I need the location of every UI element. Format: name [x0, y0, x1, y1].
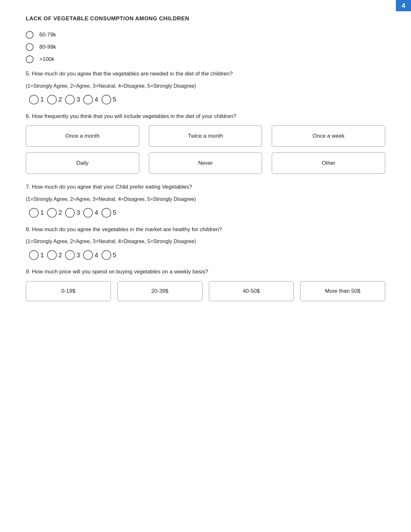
- q5-text: 5. How much do you agree that the vegeta…: [26, 70, 385, 78]
- q7-option-2[interactable]: 2: [47, 208, 62, 218]
- q5-option-4[interactable]: 4: [83, 95, 98, 104]
- q7-radio-1[interactable]: [29, 208, 39, 218]
- q5-label-4: 4: [94, 96, 98, 103]
- q7-radio-2[interactable]: [47, 208, 57, 218]
- freq-never[interactable]: Never: [149, 153, 262, 174]
- freq-daily[interactable]: Daily: [26, 153, 139, 174]
- income-options: 60-79k 80-99k >100k: [26, 31, 385, 63]
- q7-label-1: 1: [40, 209, 44, 216]
- income-label-100k: >100k: [39, 56, 54, 63]
- q8-option-3[interactable]: 3: [65, 250, 80, 260]
- page-number-badge: 4: [396, 0, 411, 11]
- q7-radio-5[interactable]: [102, 208, 111, 218]
- freq-twice-month[interactable]: Twice a month: [149, 125, 262, 147]
- q7-option-4[interactable]: 4: [83, 208, 98, 218]
- q8-text: 8. How much do you agree the vegetables …: [26, 225, 385, 234]
- radio-circle[interactable]: [26, 55, 34, 63]
- q7-option-5[interactable]: 5: [102, 208, 116, 218]
- price-40-50[interactable]: 40-50$: [209, 281, 294, 301]
- q5-radio-2[interactable]: [47, 95, 57, 104]
- q8-label-5: 5: [113, 251, 116, 259]
- q5-label-2: 2: [58, 96, 62, 103]
- q8-label-1: 1: [40, 251, 44, 259]
- q8-option-4[interactable]: 4: [83, 250, 98, 260]
- income-option-60-79k[interactable]: 60-79k: [26, 31, 385, 39]
- radio-circle[interactable]: [26, 43, 34, 51]
- q8-label-3: 3: [76, 251, 80, 259]
- q5-label-1: 1: [40, 96, 44, 103]
- q8-label-4: 4: [94, 251, 98, 259]
- q7-label-4: 4: [94, 209, 98, 216]
- income-label-80-99k: 80-99k: [39, 44, 56, 50]
- q7-label-3: 3: [76, 209, 80, 216]
- price-0-19[interactable]: 0-19$: [26, 281, 111, 301]
- q9-text: 9. How much price will you spend on buyi…: [26, 268, 385, 276]
- price-20-39[interactable]: 20-39$: [117, 281, 202, 301]
- income-label-60-79k: 60-79k: [39, 32, 56, 38]
- q7-option-3[interactable]: 3: [65, 208, 80, 218]
- q5-radio-5[interactable]: [102, 95, 111, 104]
- q5-option-5[interactable]: 5: [102, 95, 116, 104]
- price-more-than-50[interactable]: More than 50$: [300, 281, 385, 301]
- q8-radio-5[interactable]: [102, 250, 111, 260]
- q6-freq-grid: Once a month Twice a month Once a week D…: [26, 125, 385, 174]
- q5-option-1[interactable]: 1: [29, 95, 44, 104]
- q8-radio-2[interactable]: [47, 250, 57, 260]
- q7-label-5: 5: [113, 209, 116, 216]
- q8-radio-4[interactable]: [83, 250, 93, 260]
- q8-label-2: 2: [58, 251, 62, 259]
- q5-scale-hint: (1=Strongly Agree, 2=Agree, 3=Neutral, 4…: [26, 83, 385, 89]
- q7-text: 7. How much do you agree that your Child…: [26, 183, 385, 191]
- freq-other[interactable]: Other: [272, 153, 385, 174]
- q8-radio-1[interactable]: [29, 250, 39, 260]
- freq-once-week[interactable]: Once a week: [272, 125, 385, 147]
- q5-radio-3[interactable]: [65, 95, 75, 104]
- q8-scale-hint: (1=Strongly Agree, 2=Agree, 3=Neutral, 4…: [26, 239, 385, 244]
- q5-radio-4[interactable]: [83, 95, 93, 104]
- q5-label-5: 5: [113, 96, 116, 103]
- freq-once-month[interactable]: Once a month: [26, 125, 139, 147]
- q5-option-3[interactable]: 3: [65, 95, 80, 104]
- radio-circle[interactable]: [26, 31, 34, 39]
- q7-label-2: 2: [58, 209, 62, 216]
- page-container: 4 LACK OF VEGETABLE CONSUMPTION AMONG CH…: [0, 0, 411, 330]
- q5-radio-1[interactable]: [29, 95, 39, 104]
- q7-scale-hint: (1=Strongly Agree, 2=Agree, 3=Neutral, 4…: [26, 196, 385, 202]
- page-title: LACK OF VEGETABLE CONSUMPTION AMONG CHIL…: [26, 15, 385, 22]
- income-option-100k[interactable]: >100k: [26, 55, 385, 63]
- q8-likert-row: 1 2 3 4 5: [29, 250, 385, 260]
- q8-option-1[interactable]: 1: [29, 250, 44, 260]
- q7-radio-4[interactable]: [83, 208, 93, 218]
- q6-text: 6. How frequently you think that you wil…: [26, 112, 385, 121]
- q8-option-5[interactable]: 5: [102, 250, 116, 260]
- q8-option-2[interactable]: 2: [47, 250, 62, 260]
- q5-option-2[interactable]: 2: [47, 95, 62, 104]
- q5-likert-row: 1 2 3 4 5: [29, 95, 385, 104]
- q8-radio-3[interactable]: [65, 250, 75, 260]
- q7-option-1[interactable]: 1: [29, 208, 44, 218]
- q5-label-3: 3: [76, 96, 80, 103]
- income-option-80-99k[interactable]: 80-99k: [26, 43, 385, 51]
- q9-price-grid: 0-19$ 20-39$ 40-50$ More than 50$: [26, 281, 385, 301]
- q7-radio-3[interactable]: [65, 208, 75, 218]
- q7-likert-row: 1 2 3 4 5: [29, 208, 385, 218]
